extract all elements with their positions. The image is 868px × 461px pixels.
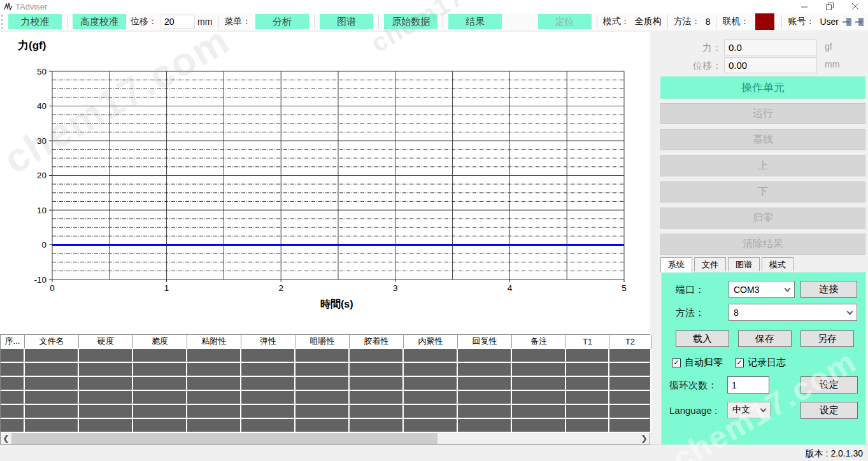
table-cell	[458, 419, 512, 433]
table-column-header[interactable]: 回复性	[458, 335, 512, 349]
table-cell	[512, 405, 566, 419]
svg-text:4: 4	[508, 283, 513, 293]
table-cell	[295, 377, 350, 391]
table-cell	[241, 377, 295, 391]
svg-text:20: 20	[37, 171, 46, 180]
table-cell	[609, 405, 651, 419]
scrollbar-thumb[interactable]	[11, 433, 438, 444]
down-button[interactable]: 下	[660, 181, 865, 202]
logout-icon[interactable]	[855, 17, 864, 27]
zero-button[interactable]: 归零	[660, 208, 865, 229]
settings-tabs: 系统文件图谱模式	[660, 257, 793, 271]
tab-system[interactable]: 系统	[660, 257, 692, 273]
auto-zero-checkbox[interactable]: ✓ 自动归零	[672, 357, 723, 369]
table-row[interactable]	[1, 349, 651, 363]
displacement-input[interactable]	[160, 15, 195, 29]
log-checkbox[interactable]: ✓ 记录日志	[735, 357, 786, 369]
load-button[interactable]: 载入	[676, 330, 729, 347]
restore-button[interactable]	[817, 0, 843, 13]
scroll-right-arrow[interactable]: ❯	[639, 433, 650, 444]
height-calibration-button[interactable]: 高度校准	[73, 14, 126, 29]
table-column-header[interactable]: 弹性	[241, 335, 295, 349]
table-cell	[350, 349, 404, 363]
positioning-button[interactable]: 定位	[538, 14, 592, 29]
table-column-header[interactable]: 脆度	[133, 335, 187, 349]
analysis-button[interactable]: 分析	[255, 14, 309, 29]
table-row[interactable]	[1, 419, 651, 433]
separator	[781, 15, 782, 29]
connect-button[interactable]: 连接	[800, 281, 857, 298]
table-column-header[interactable]: 胶着性	[350, 335, 404, 349]
table-row[interactable]	[1, 391, 651, 405]
method-select[interactable]: 8	[729, 304, 857, 321]
language-set-button[interactable]: 设定	[800, 402, 858, 419]
table-cell	[133, 363, 187, 377]
table-cell	[566, 419, 609, 433]
cycles-set-button[interactable]: 设定	[800, 376, 858, 394]
table-cell	[133, 419, 187, 433]
table-column-header[interactable]: 硬度	[79, 335, 133, 349]
port-select[interactable]: COM3	[729, 281, 795, 298]
scroll-left-arrow[interactable]: ❮	[1, 433, 11, 444]
table-cell	[295, 363, 350, 377]
table-column-header[interactable]: T1	[566, 335, 609, 349]
run-button[interactable]: 运行	[660, 103, 865, 124]
separator	[218, 15, 218, 29]
table-column-header[interactable]: 粘附性	[187, 335, 241, 349]
table-cell	[241, 391, 295, 405]
table-cell	[1, 363, 25, 377]
displacement-readout-field	[724, 57, 817, 73]
graph-button[interactable]: 图谱	[320, 14, 373, 29]
up-button[interactable]: 上	[660, 155, 865, 176]
table-cell	[1, 405, 25, 419]
results-button[interactable]: 结果	[448, 14, 502, 29]
table-cell	[187, 419, 241, 433]
table-column-header[interactable]: 内聚性	[404, 335, 458, 349]
toolbar-grip[interactable]	[1, 15, 4, 29]
table-column-header[interactable]: 文件名	[25, 335, 79, 349]
close-button[interactable]	[843, 0, 868, 13]
language-value: 中文	[732, 404, 750, 416]
table-cell	[295, 349, 350, 363]
svg-text:2: 2	[278, 283, 283, 293]
table-cell	[187, 391, 241, 405]
cycles-input[interactable]	[727, 376, 769, 394]
table-cell	[79, 363, 133, 377]
force-calibration-button[interactable]: 力校准	[8, 14, 62, 29]
separator	[597, 15, 597, 29]
table-cell	[133, 349, 187, 363]
language-select[interactable]: 中文	[727, 402, 771, 418]
results-table: 序...文件名硬度脆度粘附性弹性咀嚼性胶着性内聚性回复性备注T1T2	[1, 335, 651, 433]
table-row[interactable]	[1, 377, 651, 391]
minimize-button[interactable]	[792, 0, 817, 13]
table-row[interactable]	[1, 405, 651, 419]
table-column-header[interactable]: T2	[609, 335, 651, 349]
save-as-button[interactable]: 另存	[800, 330, 854, 347]
tab-graph[interactable]: 图谱	[728, 257, 760, 271]
save-button[interactable]: 保存	[738, 330, 792, 347]
table-row[interactable]	[1, 363, 651, 377]
table-cell	[609, 349, 651, 363]
raw-data-button[interactable]: 原始数据	[384, 14, 438, 29]
table-cell	[133, 405, 187, 419]
table-cell	[187, 377, 241, 391]
clear-results-button[interactable]: 清除结果	[660, 234, 865, 255]
menu-label: 菜单：	[224, 16, 251, 27]
tab-file[interactable]: 文件	[694, 257, 726, 271]
login-icon[interactable]	[843, 17, 852, 27]
table-column-header[interactable]: 备注	[512, 335, 566, 349]
table-cell	[25, 349, 79, 363]
table-cell	[458, 349, 512, 363]
table-cell	[404, 363, 458, 377]
baseline-button[interactable]: 基线	[660, 129, 865, 150]
tab-mode[interactable]: 模式	[762, 257, 793, 271]
table-cell	[566, 363, 609, 377]
method-value: 8	[706, 17, 711, 27]
online-status-indicator	[755, 13, 774, 30]
operate-unit-button[interactable]: 操作单元	[660, 76, 865, 99]
table-cell	[458, 363, 512, 377]
table-column-header[interactable]: 咀嚼性	[295, 335, 350, 349]
close-icon	[852, 3, 859, 10]
table-column-header[interactable]: 序...	[1, 335, 25, 349]
horizontal-scrollbar[interactable]: ❮ ❯	[1, 433, 650, 444]
